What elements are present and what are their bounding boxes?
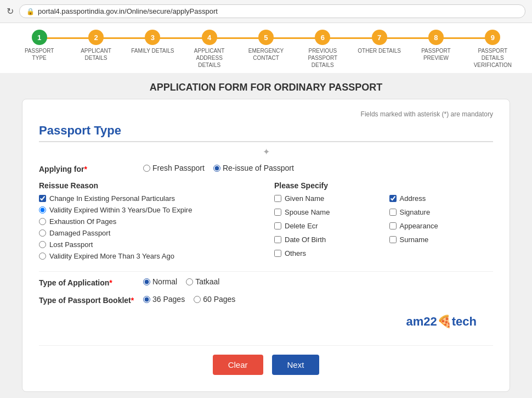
reissue-damaged[interactable]: Damaged Passport xyxy=(39,229,258,237)
specify-dob-label: Date Of Birth xyxy=(285,236,326,244)
specify-address[interactable]: Address xyxy=(389,194,494,203)
branding: am22🍕tech xyxy=(39,312,493,334)
reissue-change-existing[interactable]: Change In Existing Personal Particulars xyxy=(39,194,258,203)
specify-date-of-birth[interactable]: Date Of Birth xyxy=(274,236,378,244)
specify-others-label: Others xyxy=(285,249,306,257)
form-container: Fields marked with asterisk (*) are mand… xyxy=(22,99,510,392)
url-text: portal4.passportindia.gov.in/Online/secu… xyxy=(38,7,218,15)
specify-given-name-label: Given Name xyxy=(285,194,324,203)
specify-address-label: Address xyxy=(400,194,426,203)
specify-appearance-label: Appearance xyxy=(400,222,438,230)
specify-spouse-name[interactable]: Spouse Name xyxy=(274,208,378,216)
applying-for-options: Fresh Passport Re-issue of Passport xyxy=(143,164,294,172)
specify-signature[interactable]: Signature xyxy=(389,208,494,216)
please-specify-grid: Given Name Address Spouse Name Signature xyxy=(274,194,493,261)
type-of-application-row: Type of Application* Normal Tatkaal xyxy=(39,277,493,287)
applying-for-label: Applying for* xyxy=(39,164,138,173)
specify-given-name[interactable]: Given Name xyxy=(274,194,378,203)
divider-1 xyxy=(39,271,493,272)
radio-36pages-label: 36 Pages xyxy=(152,295,185,304)
specify-delete-ecr-label: Delete Ecr xyxy=(285,222,318,230)
reissue-validity-3yr-more[interactable]: Validity Expired More Than 3 Years Ago xyxy=(39,252,258,260)
step-2[interactable]: 2 APPLICANT DETAILS xyxy=(67,30,124,61)
specify-spouse-name-label: Spouse Name xyxy=(285,208,330,216)
reissue-exhaustion-label: Exhaustion Of Pages xyxy=(49,217,116,226)
mandatory-note: Fields marked with asterisk (*) are mand… xyxy=(39,110,493,118)
refresh-icon[interactable]: ↻ xyxy=(7,6,14,16)
reissue-damaged-label: Damaged Passport xyxy=(49,229,110,237)
radio-reissue-passport[interactable]: Re-issue of Passport xyxy=(213,164,294,172)
reissue-validity-more-label: Validity Expired More Than 3 Years Ago xyxy=(49,252,174,260)
step-label-5: EMERGENCY CONTACT xyxy=(244,47,288,61)
please-specify-title: Please Specify xyxy=(274,181,493,190)
browser-bar: ↻ 🔒 portal4.passportindia.gov.in/Online/… xyxy=(0,0,532,23)
radio-tatkaal[interactable]: Tatkaal xyxy=(186,277,219,286)
step-label-6: PREVIOUS PASSPORT DETAILS xyxy=(301,47,344,69)
step-label-8: PASSPORT PREVIEW xyxy=(414,47,458,61)
radio-fresh-passport[interactable]: Fresh Passport xyxy=(143,164,205,172)
radio-reissue-label: Re-issue of Passport xyxy=(223,164,294,172)
radio-60pages-label: 60 Pages xyxy=(203,295,235,304)
step-1[interactable]: 1 PASSPORT TYPE xyxy=(11,30,67,61)
brand-text-blue: am22 xyxy=(406,315,437,328)
radio-60pages[interactable]: 60 Pages xyxy=(194,295,235,304)
specify-delete-ecr[interactable]: Delete Ecr xyxy=(274,222,378,230)
step-7[interactable]: 7 OTHER DETAILS xyxy=(351,30,408,54)
next-button[interactable]: Next xyxy=(272,355,320,375)
radio-36pages[interactable]: 36 Pages xyxy=(143,295,185,304)
specify-surname-label: Surname xyxy=(400,236,429,244)
reissue-reason-col: Reissue Reason Change In Existing Person… xyxy=(39,181,258,264)
brand-emoji: 🍕 xyxy=(437,315,452,328)
type-of-application-options: Normal Tatkaal xyxy=(143,277,219,286)
type-of-booklet-row: Type of Passport Booklet* 36 Pages 60 Pa… xyxy=(39,295,493,305)
step-6[interactable]: 6 PREVIOUS PASSPORT DETAILS xyxy=(295,30,351,69)
step-4[interactable]: 4 APPLICANT ADDRESS DETAILS xyxy=(181,30,237,69)
reissue-validity-3yr-label: Validity Expired Within 3 Years/Due To E… xyxy=(49,206,192,214)
step-circle-7: 7 xyxy=(372,30,387,45)
reissue-exhaustion[interactable]: Exhaustion Of Pages xyxy=(39,217,258,226)
steps-bar: 1 PASSPORT TYPE 2 APPLICANT DETAILS 3 FA… xyxy=(0,23,532,73)
brand-text-tech: tech xyxy=(452,315,477,328)
step-circle-1: 1 xyxy=(32,30,47,45)
step-label-9: PASSPORT DETAILS VERIFICATION xyxy=(471,47,514,69)
step-label-7: OTHER DETAILS xyxy=(358,47,401,54)
section-title: Passport Type xyxy=(39,124,493,142)
url-bar[interactable]: 🔒 portal4.passportindia.gov.in/Online/se… xyxy=(19,4,525,18)
step-3[interactable]: 3 FAMILY DETAILS xyxy=(124,30,181,54)
step-label-3: FAMILY DETAILS xyxy=(131,47,174,54)
page-title: APPLICATION FORM FOR ORDINARY PASSPORT xyxy=(0,73,532,99)
button-row: Clear Next xyxy=(39,345,493,375)
step-9[interactable]: 9 PASSPORT DETAILS VERIFICATION xyxy=(465,30,521,69)
reissue-change-label: Change In Existing Personal Particulars xyxy=(49,194,175,203)
reissue-please-specify-section: Reissue Reason Change In Existing Person… xyxy=(39,181,493,264)
lock-icon: 🔒 xyxy=(26,8,35,15)
form-content: Passport Type ✦ Applying for* Fresh Pass… xyxy=(39,124,493,375)
step-label-2: APPLICANT DETAILS xyxy=(74,47,118,61)
step-5[interactable]: 5 EMERGENCY CONTACT xyxy=(237,30,294,61)
type-of-booklet-label: Type of Passport Booklet* xyxy=(39,295,138,305)
reissue-lost[interactable]: Lost Passport xyxy=(39,240,258,249)
step-circle-9: 9 xyxy=(485,30,500,45)
type-of-application-label: Type of Application* xyxy=(39,277,138,287)
radio-normal[interactable]: Normal xyxy=(143,277,177,286)
clear-button[interactable]: Clear xyxy=(213,355,263,375)
radio-fresh-label: Fresh Passport xyxy=(152,164,205,172)
step-circle-2: 2 xyxy=(88,30,104,45)
reissue-validity-3yr[interactable]: Validity Expired Within 3 Years/Due To E… xyxy=(39,206,258,214)
reissue-lost-label: Lost Passport xyxy=(49,240,93,249)
specify-surname[interactable]: Surname xyxy=(389,236,494,244)
radio-tatkaal-label: Tatkaal xyxy=(195,277,219,286)
step-label-1: PASSPORT TYPE xyxy=(18,47,61,61)
step-circle-8: 8 xyxy=(428,30,444,45)
specify-others[interactable]: Others xyxy=(274,249,378,257)
step-circle-6: 6 xyxy=(315,30,330,45)
specify-appearance[interactable]: Appearance xyxy=(389,222,494,230)
applying-for-row: Applying for* Fresh Passport Re-issue of… xyxy=(39,164,493,173)
please-specify-col: Please Specify Given Name Address Spouse… xyxy=(274,181,493,264)
specify-signature-label: Signature xyxy=(400,208,431,216)
step-8[interactable]: 8 PASSPORT PREVIEW xyxy=(408,30,464,61)
type-of-booklet-options: 36 Pages 60 Pages xyxy=(143,295,235,304)
step-circle-4: 4 xyxy=(202,30,217,45)
section-icon: ✦ xyxy=(39,147,493,157)
reissue-reason-title: Reissue Reason xyxy=(39,181,258,190)
